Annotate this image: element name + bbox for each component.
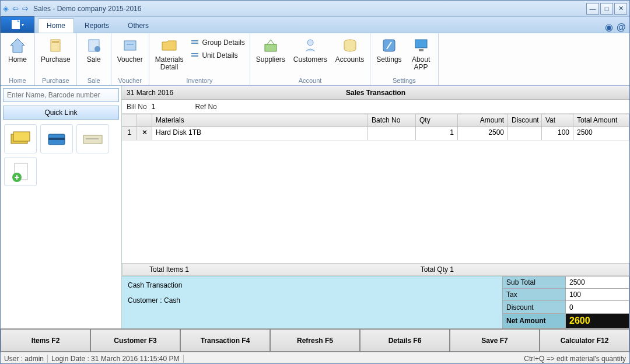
app-menu-button[interactable]: ▾ bbox=[1, 16, 34, 33]
settings-button[interactable]: Settings bbox=[373, 34, 405, 73]
totals-row: Total Items 1 Total Qty 1 bbox=[122, 263, 629, 276]
voucher-button[interactable]: Voucher bbox=[114, 34, 146, 65]
svg-rect-10 bbox=[191, 55, 198, 57]
col-batch[interactable]: Batch No bbox=[368, 114, 416, 126]
group-label-settings: Settings bbox=[373, 76, 435, 84]
discount-label: Discount bbox=[503, 301, 566, 313]
svg-rect-5 bbox=[124, 41, 136, 50]
sale-icon bbox=[85, 36, 103, 55]
tab-reports[interactable]: Reports bbox=[76, 19, 117, 33]
svg-point-12 bbox=[307, 40, 313, 46]
col-total[interactable]: Total Amount bbox=[573, 114, 629, 126]
main: Quick Link 31 March 2016 Sales Transacti… bbox=[1, 86, 629, 328]
tab-others[interactable]: Others bbox=[120, 19, 157, 33]
nav-forward-icon[interactable]: ⇨ bbox=[22, 4, 29, 13]
group-label-sale: Sale bbox=[79, 76, 108, 84]
row-total[interactable]: 2500 bbox=[573, 127, 629, 140]
app-logo-icon: ◈ bbox=[3, 4, 9, 13]
home-button[interactable]: Home bbox=[3, 34, 32, 65]
quicklink-new[interactable] bbox=[4, 157, 37, 186]
accounts-button[interactable]: Accounts bbox=[332, 34, 368, 65]
col-amount[interactable]: Amount bbox=[458, 114, 508, 126]
svg-rect-15 bbox=[415, 40, 427, 48]
cash-panel: Cash Transaction Customer : Cash bbox=[122, 276, 502, 328]
svg-point-4 bbox=[94, 46, 100, 52]
svg-marker-0 bbox=[10, 38, 24, 52]
details-button[interactable]: Details F6 bbox=[360, 329, 450, 352]
row-material[interactable]: Hard Disk 1TB bbox=[152, 127, 368, 140]
footer-buttons: Items F2 Customer F3 Transaction F4 Refr… bbox=[1, 328, 629, 352]
search-input[interactable] bbox=[3, 88, 119, 102]
monitor-icon bbox=[412, 36, 430, 55]
window-title: Sales - Demo company 2015-2016 bbox=[33, 5, 141, 13]
quick-link-button[interactable]: Quick Link bbox=[3, 106, 119, 120]
help-icon[interactable]: ◉ bbox=[605, 22, 613, 33]
calculator-button[interactable]: Calculator F12 bbox=[540, 329, 629, 352]
group-label-inventory: Inventory bbox=[152, 76, 247, 84]
nav-back-icon[interactable]: ⇦ bbox=[12, 4, 19, 13]
at-icon[interactable]: @ bbox=[617, 22, 626, 33]
total-items: Total Items 1 bbox=[149, 265, 189, 274]
about-app-button[interactable]: About APP bbox=[407, 34, 436, 73]
status-bar: User : admin Login Date : 31 March 2016 … bbox=[1, 352, 629, 364]
ribbon: Home Home Purchase Purchase Sale Sale Vo… bbox=[1, 33, 629, 86]
bill-row: Bill No 1 Ref No bbox=[122, 100, 629, 114]
close-button[interactable]: ✕ bbox=[614, 3, 627, 15]
folder-icon bbox=[160, 36, 178, 55]
customer-button[interactable]: Customer F3 bbox=[90, 329, 180, 352]
subtotal-value: 2500 bbox=[566, 276, 629, 289]
grid-header: Materials Batch No Qty Amount Discount V… bbox=[122, 114, 629, 127]
suppliers-button[interactable]: Suppliers bbox=[253, 34, 289, 65]
status-user: User : admin bbox=[4, 355, 44, 363]
cash-transaction-label: Cash Transaction bbox=[128, 281, 496, 289]
save-button[interactable]: Save F7 bbox=[450, 329, 540, 352]
items-button[interactable]: Items F2 bbox=[1, 329, 90, 352]
billno-value: 1 bbox=[152, 103, 156, 111]
discount-value: 0 bbox=[566, 301, 629, 313]
materials-detail-button[interactable]: Materials Detail bbox=[152, 34, 187, 73]
refno-label: Ref No bbox=[195, 103, 216, 111]
svg-rect-21 bbox=[83, 135, 102, 144]
svg-rect-7 bbox=[191, 40, 198, 41]
tax-value: 100 bbox=[566, 289, 629, 301]
col-discount[interactable]: Discount bbox=[508, 114, 542, 126]
unit-details-button[interactable]: Unit Details bbox=[188, 50, 247, 61]
quicklink-cheque[interactable] bbox=[76, 124, 109, 153]
quicklink-card[interactable] bbox=[40, 124, 73, 153]
sale-button[interactable]: Sale bbox=[79, 34, 108, 65]
minimize-button[interactable]: — bbox=[586, 3, 599, 15]
tab-home[interactable]: Home bbox=[38, 18, 74, 33]
purchase-icon bbox=[46, 36, 65, 55]
col-qty[interactable]: Qty bbox=[416, 114, 458, 126]
table-row[interactable]: 1 ✕ Hard Disk 1TB 1 2500 100 2500 bbox=[122, 127, 629, 141]
net-amount-label: Net Amount bbox=[503, 313, 566, 328]
row-amount[interactable]: 2500 bbox=[458, 127, 508, 140]
row-vat[interactable]: 100 bbox=[542, 127, 573, 140]
purchase-button[interactable]: Purchase bbox=[37, 34, 74, 65]
col-vat[interactable]: Vat bbox=[542, 114, 573, 126]
row-delete-button[interactable]: ✕ bbox=[137, 127, 152, 140]
summary-table: Sub Total2500 Tax100 Discount0 Net Amoun… bbox=[502, 276, 629, 328]
customers-button[interactable]: Customers bbox=[290, 34, 331, 65]
row-index: 1 bbox=[122, 127, 137, 140]
content: 31 March 2016 Sales Transaction Bill No … bbox=[122, 86, 629, 328]
grid-body[interactable]: 1 ✕ Hard Disk 1TB 1 2500 100 2500 bbox=[122, 127, 629, 263]
svg-rect-9 bbox=[191, 53, 198, 54]
billno-label: Bill No bbox=[127, 103, 147, 111]
net-amount-value: 2600 bbox=[566, 313, 629, 328]
sidebar: Quick Link bbox=[1, 86, 122, 328]
row-discount[interactable] bbox=[508, 127, 542, 140]
maximize-button[interactable]: □ bbox=[600, 3, 613, 15]
group-label-voucher: Voucher bbox=[114, 76, 146, 84]
refresh-button[interactable]: Refresh F5 bbox=[270, 329, 360, 352]
row-batch[interactable] bbox=[368, 127, 416, 140]
col-materials[interactable]: Materials bbox=[152, 114, 368, 126]
subtotal-label: Sub Total bbox=[503, 276, 566, 289]
group-details-button[interactable]: Group Details bbox=[188, 37, 247, 48]
customer-label: Customer : Cash bbox=[128, 296, 496, 304]
quicklink-cash[interactable] bbox=[4, 124, 37, 153]
accounts-icon bbox=[341, 36, 359, 55]
transaction-button[interactable]: Transaction F4 bbox=[180, 329, 270, 352]
settings-icon bbox=[380, 36, 398, 55]
row-qty[interactable]: 1 bbox=[416, 127, 458, 140]
